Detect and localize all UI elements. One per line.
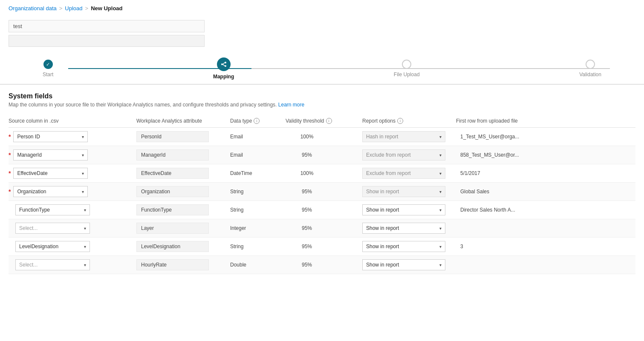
report-dropdown-arrow: ▾: [439, 135, 442, 139]
required-star: *: [9, 152, 11, 158]
source-column-select[interactable]: ManagerId▾: [13, 149, 88, 160]
table-row: *ManagerId▾ManagerIdEmail95%Exclude from…: [9, 146, 635, 164]
data-type-value: Integer: [230, 225, 286, 231]
breadcrumb-org[interactable]: Organizational data: [9, 5, 57, 11]
col-header-data-type: Data type i: [230, 118, 286, 124]
breadcrumb-current: New Upload: [91, 5, 122, 11]
report-options-col: Show in report▾: [362, 186, 456, 197]
mapping-table: Source column in .csv Workplace Analytic…: [0, 110, 644, 278]
required-star: *: [9, 133, 11, 140]
breadcrumb-upload[interactable]: Upload: [65, 5, 82, 11]
source-dropdown-arrow: ▾: [82, 171, 84, 176]
source-column-select[interactable]: Select...▾: [15, 223, 90, 234]
report-dropdown-arrow: ▾: [439, 189, 442, 194]
source-column-select[interactable]: Select...▾: [15, 259, 90, 270]
table-row: *EffectiveDate▾EffectiveDateDateTime100%…: [9, 164, 635, 183]
source-dropdown-arrow: ▾: [84, 244, 86, 249]
breadcrumb-sep-1: >: [59, 5, 63, 11]
required-star: *: [9, 188, 11, 195]
report-options-select[interactable]: Show in report▾: [362, 223, 445, 234]
source-dropdown-arrow: ▾: [84, 263, 86, 267]
source-column-select[interactable]: Organization▾: [13, 186, 88, 197]
learn-more-link[interactable]: Learn more: [278, 102, 304, 108]
report-options-select[interactable]: Show in report▾: [362, 259, 445, 270]
step-start: ✓ Start: [43, 60, 53, 80]
report-options-select[interactable]: Show in report▾: [362, 241, 445, 252]
system-fields-header: System fields Map the columns in your so…: [0, 84, 644, 110]
source-dropdown-arrow: ▾: [84, 226, 86, 231]
table-row: *Organization▾OrganizationString95%Show …: [9, 183, 635, 201]
source-column-select[interactable]: FunctionType▾: [15, 204, 90, 215]
report-info-icon[interactable]: i: [397, 118, 403, 124]
report-options-col: Show in report▾: [362, 204, 456, 215]
wa-attribute-field: HourlyRate: [136, 259, 209, 270]
report-options-col: Show in report▾: [362, 241, 456, 252]
col-header-first-row: First row from uploaded file: [456, 118, 635, 124]
step-start-circle: ✓: [43, 60, 53, 69]
svg-point-2: [225, 65, 226, 67]
report-dropdown-arrow: ▾: [439, 263, 442, 267]
step-file-upload-label: File Upload: [394, 72, 420, 77]
validity-threshold-value: 100%: [286, 134, 328, 140]
table-row: Select...▾LayerInteger95%Show in report▾: [9, 219, 635, 238]
wa-attribute-field: LevelDesignation: [136, 241, 209, 252]
data-type-value: String: [230, 189, 286, 195]
col-header-validity: Validity threshold i: [286, 118, 362, 124]
report-options-col: Exclude from report▾: [362, 149, 456, 160]
validity-threshold-value: 95%: [286, 262, 328, 268]
report-options-select: Show in report▾: [362, 186, 445, 197]
first-row-value: Director Sales North A...: [456, 207, 635, 213]
validity-threshold-value: 95%: [286, 244, 328, 249]
source-column-select[interactable]: EffectiveDate▾: [13, 168, 88, 179]
table-body: *Person ID▾PersonIdEmail100%Hash in repo…: [9, 128, 635, 274]
step-mapping: Mapping: [213, 60, 234, 80]
report-dropdown-arrow: ▾: [439, 208, 442, 212]
step-validation-circle: [586, 60, 595, 69]
source-col: *Organization▾: [9, 186, 136, 197]
table-row: Select...▾HourlyRateDouble95%Show in rep…: [9, 256, 635, 274]
source-column-select[interactable]: LevelDesignation▾: [15, 241, 90, 252]
section-title: System fields: [9, 92, 635, 100]
table-row: LevelDesignation▾LevelDesignationString9…: [9, 238, 635, 256]
report-options-select[interactable]: Show in report▾: [362, 204, 445, 215]
report-options-select: Hash in report▾: [362, 131, 445, 142]
source-col: LevelDesignation▾: [9, 241, 136, 252]
data-type-value: Email: [230, 152, 286, 158]
source-column-select[interactable]: Person ID▾: [13, 131, 88, 142]
source-dropdown-arrow: ▾: [82, 153, 84, 158]
report-options-col: Show in report▾: [362, 223, 456, 234]
report-dropdown-arrow: ▾: [439, 244, 442, 249]
report-options-select: Exclude from report▾: [362, 168, 445, 179]
section-description: Map the columns in your source file to t…: [9, 102, 635, 108]
wa-attribute-field: FunctionType: [136, 204, 209, 215]
data-type-info-icon[interactable]: i: [254, 118, 260, 124]
checkmark-icon: ✓: [46, 62, 50, 67]
wa-attribute-field: ManagerId: [136, 149, 209, 160]
source-col: *Person ID▾: [9, 131, 136, 142]
wa-attribute-field: EffectiveDate: [136, 168, 209, 179]
step-mapping-label: Mapping: [213, 74, 234, 80]
data-type-value: Double: [230, 262, 286, 268]
validity-threshold-value: 95%: [286, 152, 328, 158]
source-col: Select...▾: [9, 223, 136, 234]
validity-info-icon[interactable]: i: [326, 118, 332, 124]
step-file-upload: File Upload: [394, 60, 420, 80]
data-type-value: String: [230, 244, 286, 249]
step-validation-label: Validation: [579, 72, 601, 77]
breadcrumb: Organizational data > Upload > New Uploa…: [0, 0, 644, 17]
source-dropdown-arrow: ▾: [82, 135, 84, 139]
table-headers: Source column in .csv Workplace Analytic…: [9, 115, 635, 128]
first-row-value: 1_Test_MS_User@orga...: [456, 134, 635, 140]
validity-threshold-value: 95%: [286, 207, 328, 213]
first-row-value: 858_Test_MS_User@or...: [456, 152, 635, 158]
col-header-wa-attr: Workplace Analytics attribute: [136, 118, 230, 124]
source-col: *ManagerId▾: [9, 149, 136, 160]
breadcrumb-sep-2: >: [85, 5, 89, 11]
upload-description-input[interactable]: [9, 35, 205, 47]
step-mapping-circle: [217, 57, 231, 71]
wa-attribute-field: Layer: [136, 223, 209, 234]
wa-attribute-field: Organization: [136, 186, 209, 197]
report-dropdown-arrow: ▾: [439, 171, 442, 176]
source-col: *EffectiveDate▾: [9, 168, 136, 179]
upload-name-input[interactable]: [9, 20, 205, 32]
